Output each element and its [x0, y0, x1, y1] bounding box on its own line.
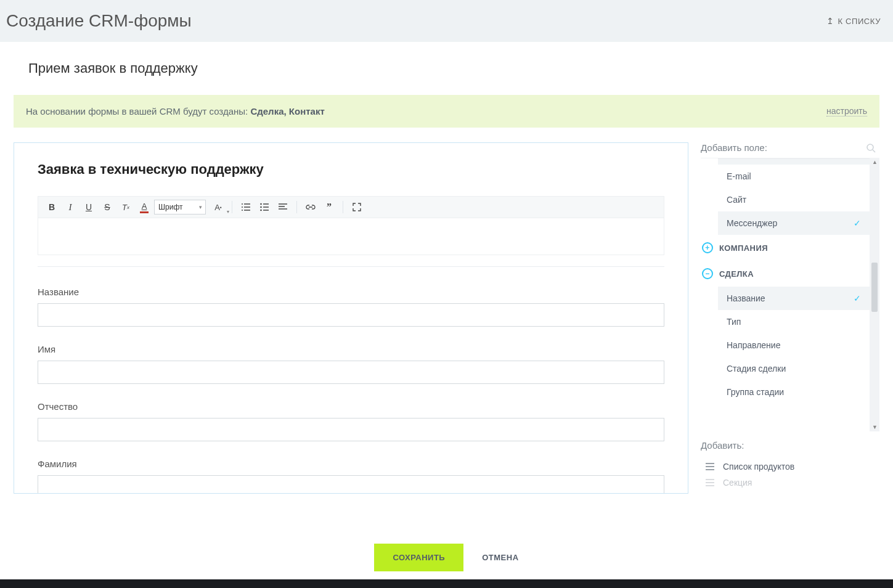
check-icon: ✓	[854, 218, 861, 228]
add-field-header: Добавить поле:	[701, 142, 879, 158]
field-item-label: Направление	[727, 340, 780, 350]
field-item-label: Название	[727, 293, 765, 303]
field-label: Название	[38, 287, 664, 297]
add-product-list[interactable]: Список продуктов	[701, 455, 879, 478]
ordered-list-button[interactable]	[237, 198, 255, 216]
field-block: Имя	[38, 344, 664, 384]
scrollbar[interactable]: ▲ ▼	[870, 158, 879, 431]
svg-point-1	[260, 206, 262, 208]
scroll-thumb[interactable]	[871, 263, 878, 312]
header-bar: Создание CRM-формы ↥ К СПИСКУ	[0, 0, 893, 42]
toolbar-separator	[296, 201, 297, 213]
check-icon: ✓	[854, 293, 861, 303]
font-family-select[interactable]: Шрифт	[154, 200, 206, 214]
field-block: Фамилия	[38, 459, 664, 494]
group-label: СДЕЛКА	[719, 269, 754, 279]
field-input-middlename[interactable]	[38, 418, 664, 441]
link-button[interactable]	[302, 198, 319, 216]
editor-panel: Заявка в техническую поддержку B I U S T…	[14, 142, 688, 494]
content-area: Прием заявок в поддержку На основании фо…	[0, 42, 893, 494]
field-item-messenger[interactable]: Мессенджер ✓	[718, 211, 870, 235]
banner-text: На основании формы в вашей CRM будут соз…	[26, 106, 325, 116]
fullscreen-button[interactable]	[348, 198, 365, 216]
field-item-label: Сайт	[727, 195, 746, 205]
ordered-list-icon	[242, 203, 250, 211]
back-to-list-link[interactable]: ↥ К СПИСКУ	[826, 16, 881, 26]
toolbar-separator	[232, 201, 232, 213]
field-item-deal-stage-group[interactable]: Группа стадии	[701, 380, 870, 404]
footer-bar: СОХРАНИТЬ ОТМЕНА	[0, 535, 893, 579]
unordered-list-button[interactable]	[256, 198, 273, 216]
toolbar-separator	[343, 201, 343, 213]
field-list-wrap: E-mail Сайт Мессенджер ✓ + КОМПАНИЯ −	[701, 158, 879, 431]
group-label: КОМПАНИЯ	[719, 243, 768, 253]
text-color-button[interactable]: A	[136, 198, 153, 216]
info-banner: На основании формы в вашей CRM будут соз…	[14, 95, 879, 128]
add-field-label: Добавить поле:	[701, 142, 767, 153]
field-item-email[interactable]: E-mail	[701, 165, 870, 188]
expand-icon	[353, 203, 361, 211]
back-link-label: К СПИСКУ	[838, 17, 881, 26]
field-block: Название	[38, 287, 664, 327]
rte-toolbar: B I U S Tx A Шрифт A▪	[38, 196, 664, 218]
configure-link[interactable]: настроить	[826, 106, 867, 116]
scroll-down-icon[interactable]: ▼	[872, 424, 878, 430]
font-size-button[interactable]: A▪	[210, 198, 227, 216]
scroll-up-icon[interactable]: ▲	[872, 159, 878, 165]
separator	[38, 266, 664, 267]
svg-point-0	[260, 203, 262, 205]
field-item-label: Мессенджер	[727, 218, 777, 228]
align-button[interactable]	[274, 198, 292, 216]
add-section[interactable]: Секция	[701, 478, 879, 494]
list-icon	[706, 479, 714, 486]
group-deal[interactable]: − СДЕЛКА	[701, 261, 870, 287]
clear-format-button[interactable]: Tx	[117, 198, 134, 216]
field-input-lastname[interactable]	[38, 475, 664, 494]
italic-button[interactable]: I	[62, 198, 79, 216]
search-icon[interactable]	[866, 143, 876, 153]
field-list[interactable]: E-mail Сайт Мессенджер ✓ + КОМПАНИЯ −	[701, 158, 870, 431]
minus-circle-icon: −	[702, 268, 713, 279]
field-label: Отчество	[38, 401, 664, 412]
field-item-deal-type[interactable]: Тип	[701, 310, 870, 333]
link-icon	[306, 204, 316, 210]
plus-circle-icon: +	[702, 242, 713, 253]
field-input-firstname[interactable]	[38, 361, 664, 384]
group-company[interactable]: + КОМПАНИЯ	[701, 235, 870, 261]
field-item-deal-direction[interactable]: Направление	[701, 333, 870, 357]
banner-prefix: На основании формы в вашей CRM будут соз…	[26, 106, 250, 116]
add-item-label: Секция	[723, 478, 752, 488]
editor-row: Заявка в техническую поддержку B I U S T…	[14, 142, 879, 494]
save-button[interactable]: СОХРАНИТЬ	[374, 544, 463, 571]
field-item-deal-name[interactable]: Название ✓	[718, 287, 870, 310]
rte-body[interactable]	[38, 218, 664, 255]
field-item-label: E-mail	[727, 171, 751, 181]
up-arrow-icon: ↥	[826, 16, 834, 26]
font-select-value: Шрифт	[158, 203, 182, 211]
taskbar-strip	[0, 579, 893, 588]
field-item-site[interactable]: Сайт	[701, 188, 870, 211]
align-icon	[279, 203, 287, 211]
svg-point-2	[260, 210, 262, 211]
banner-entities: Сделка, Контакт	[250, 106, 324, 116]
field-label: Фамилия	[38, 459, 664, 469]
add-item-label: Список продуктов	[723, 462, 794, 472]
strikethrough-button[interactable]: S	[99, 198, 116, 216]
bold-button[interactable]: B	[43, 198, 60, 216]
field-item-deal-stage[interactable]: Стадия сделки	[701, 357, 870, 380]
svg-point-3	[867, 144, 873, 150]
page-title: Создание CRM-формы	[6, 11, 192, 31]
form-heading: Заявка в техническую поддержку	[38, 161, 664, 178]
field-item-label: Тип	[727, 317, 741, 327]
add-section-label: Добавить:	[701, 440, 879, 451]
side-panel: Добавить поле: E-mail Сайт Мессенджер	[701, 142, 879, 494]
cancel-button[interactable]: ОТМЕНА	[482, 553, 518, 562]
form-name: Прием заявок в поддержку	[28, 60, 879, 76]
field-item-label: Стадия сделки	[727, 364, 786, 374]
field-input-title[interactable]	[38, 303, 664, 327]
quote-button[interactable]: ”	[320, 198, 338, 216]
list-icon	[706, 463, 714, 470]
unordered-list-icon	[260, 203, 269, 211]
field-item-label: Группа стадии	[727, 387, 784, 397]
underline-button[interactable]: U	[80, 198, 97, 216]
